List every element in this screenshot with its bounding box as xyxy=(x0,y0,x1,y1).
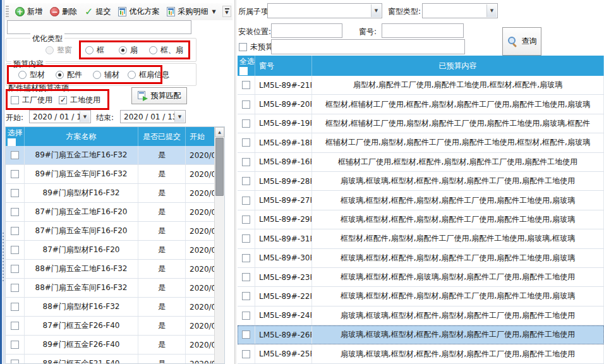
optimize-plan-button[interactable]: 优化方案 xyxy=(114,4,163,19)
row-checkbox[interactable] xyxy=(242,100,250,109)
row-checkbox[interactable] xyxy=(242,158,250,166)
row-checkbox[interactable] xyxy=(242,254,250,262)
budget-row[interactable]: LM5L-89#-31F29框型材,框配件,扇型材,扇配件工厂使用,扇配件工地使… xyxy=(238,229,604,248)
plan-row[interactable]: 87#门扇五金工地F16-F20是2020/0 xyxy=(6,203,215,222)
row-checkbox[interactable] xyxy=(242,119,250,128)
budget-row[interactable]: LM5L-89#-28F26扇玻璃,框玻璃,框型材,框配件,扇型材,扇配件工厂使… xyxy=(238,172,604,191)
row-checkbox[interactable] xyxy=(11,341,19,349)
budget-match-button[interactable]: 预算匹配 xyxy=(131,87,187,104)
toolbar-grip[interactable] xyxy=(6,6,9,18)
row-checkbox[interactable] xyxy=(11,151,19,159)
row-checkbox[interactable] xyxy=(11,265,19,273)
row-checkbox[interactable] xyxy=(242,215,250,224)
chevron-down-icon[interactable]: ▼ xyxy=(486,4,497,17)
start-date-picker[interactable]: 2020 / 01 / 1 ▼ xyxy=(29,110,91,123)
row-checkbox[interactable] xyxy=(242,197,250,205)
row-checkbox[interactable] xyxy=(242,138,250,147)
budget-row[interactable]: LM5L-89#-23F21框玻璃,框型材,框配件,扇玻璃,扇型材,扇配件工厂使… xyxy=(238,268,604,287)
chevron-down-icon[interactable]: ▼ xyxy=(371,4,381,17)
plan-row[interactable]: 88#门扇型材F16-F32是2020/0 xyxy=(6,298,215,317)
submit-button[interactable]: ✓ 提交 xyxy=(81,4,114,19)
end-date-picker[interactable]: 2020 / 01 / 13 ▼ xyxy=(120,110,186,123)
radio-frame-sash[interactable]: 框、扇 xyxy=(149,45,183,56)
budget-row[interactable]: LM5L-89#-24F22扇玻璃,框玻璃,框型材,框配件,扇型材,扇配件工厂使… xyxy=(238,306,604,325)
query-button[interactable]: 查询 xyxy=(502,27,541,56)
plan-row-select-cell xyxy=(6,260,25,278)
delete-button[interactable]: − 删除 xyxy=(46,4,81,19)
row-checkbox[interactable] xyxy=(242,350,250,358)
plan-row[interactable]: 87#门框五金F26-F40是2020/0 xyxy=(6,317,215,336)
add-button[interactable]: + 新增 xyxy=(11,4,46,19)
budget-row[interactable]: LM5L-89#-27F25框玻璃,框型材,框配件,扇型材,扇配件工厂使用,扇配… xyxy=(238,191,604,210)
row-checkbox[interactable] xyxy=(242,177,250,185)
plan-row[interactable]: 89#门扇五金车间F16-F32是2020/0 xyxy=(6,165,215,184)
row-checkbox[interactable] xyxy=(11,208,19,216)
budget-row[interactable]: LM5L-89#-30F28框玻璃,框型材,框配件,扇型材,扇配件工厂使用,扇配… xyxy=(238,249,604,268)
radio-frame-sash-info[interactable]: 框扇信息 xyxy=(128,70,169,80)
budget-row[interactable]: LM5L-89#-19F17框型材,框辅材工厂使用,扇型材,扇配件工厂使用,扇配… xyxy=(238,114,604,133)
plan-row[interactable]: 88#门扇五金工地F16-F32是2020/0 xyxy=(6,260,215,279)
vertical-scrollbar[interactable]: ▲ xyxy=(214,127,224,363)
plan-name-column-header[interactable]: 方案名称 xyxy=(25,127,138,146)
scroll-up-button[interactable]: ▲ xyxy=(215,127,224,137)
purchase-detail-button[interactable]: 采购明细 ▼ xyxy=(163,4,219,19)
plan-row[interactable]: 89#门扇五金工地F16-F32是2020/0 xyxy=(6,146,215,165)
radio-whole-window[interactable]: 整窗 xyxy=(45,45,72,56)
site-use-checkbox[interactable]: 工地使用 xyxy=(59,95,100,106)
row-checkbox[interactable] xyxy=(242,234,250,243)
budget-row[interactable]: LM5L-89#-26F24扇玻璃,框玻璃,框型材,框配件,扇型材,扇配件工厂使… xyxy=(238,325,604,344)
row-checkbox[interactable] xyxy=(242,312,250,320)
sub-item-select[interactable]: ▼ xyxy=(267,3,382,18)
submitted-column-header[interactable]: 是否已提交 xyxy=(138,127,186,146)
plan-row[interactable]: 89#门框五金F26-F40是2020/0 xyxy=(6,336,215,355)
window-no-column-header[interactable]: 窗号 xyxy=(255,56,312,76)
toolbar-overflow-button[interactable]: ▼ xyxy=(222,6,231,17)
factory-use-checkbox[interactable]: 工厂使用 xyxy=(11,95,52,106)
budget-row[interactable]: LM5L-89#-16F15框辅材工厂使用,框型材,框配件,扇型材,扇配件工厂使… xyxy=(238,153,604,172)
row-checkbox[interactable] xyxy=(11,322,19,330)
plan-filter-input[interactable] xyxy=(7,20,191,34)
budget-row[interactable]: LM5L-89#-22F20框玻璃,框型材,框配件,扇型材,扇配件工厂使用,扇配… xyxy=(238,287,604,306)
select-all-checkbox[interactable] xyxy=(239,67,248,75)
dock-strip[interactable] xyxy=(0,0,4,364)
budget-row[interactable]: LM5L-89#-29F27框玻璃,框型材,框配件,扇型材,扇配件工厂使用,扇配… xyxy=(238,210,604,229)
radio-sash[interactable]: 扇 xyxy=(119,45,138,56)
budget-row[interactable]: LM5L-89#-20F18框型材,框辅材工厂使用,框配件,扇型材,扇配件工厂使… xyxy=(238,95,604,114)
plan-row[interactable]: 89#门扇型材F16-F32是2020/0 xyxy=(6,184,215,203)
chevron-down-icon[interactable]: ▼ xyxy=(80,111,90,122)
select-all-checkbox[interactable] xyxy=(8,138,16,146)
window-type-select[interactable]: ▼ xyxy=(422,3,498,18)
plan-row[interactable]: 88#门框五金F21-F40是2020/0 xyxy=(6,355,215,364)
row-checkbox[interactable] xyxy=(242,292,250,300)
budget-row[interactable]: LM5L-89#-18F16框辅材工厂使用,扇型材,扇配件工厂使用,扇配件工地使… xyxy=(238,133,604,152)
plan-row[interactable]: 87#门扇型材F16-F20是2020/0 xyxy=(6,241,215,260)
budget-row[interactable]: LM5L-89#-25F23扇玻璃,框玻璃,框型材,框配件,扇型材,扇配件工厂使… xyxy=(238,344,604,363)
budget-row-select-cell xyxy=(238,287,255,305)
no-budget-checkbox[interactable]: 未预算: xyxy=(239,42,275,52)
radio-auxiliary[interactable]: 辅材 xyxy=(93,70,119,80)
install-position-input[interactable] xyxy=(271,23,342,38)
radio-frame[interactable]: 框 xyxy=(85,45,104,56)
plan-row[interactable]: 88#门扇五金车间F16-F32是2020/0 xyxy=(6,279,215,298)
scrollbar-thumb[interactable] xyxy=(215,138,224,196)
row-checkbox[interactable] xyxy=(242,273,250,281)
budget-content-column-header[interactable]: 已预算内容 xyxy=(312,56,604,76)
row-checkbox[interactable] xyxy=(11,170,19,178)
panel-splitter[interactable] xyxy=(234,0,236,364)
row-checkbox[interactable] xyxy=(242,331,250,339)
chevron-down-icon[interactable]: ▼ xyxy=(174,111,184,122)
budget-row[interactable]: LM5L-89#-21F19扇型材,扇配件工厂使用,扇配件工地使用,框型材,框配… xyxy=(238,76,604,95)
no-budget-input[interactable] xyxy=(271,39,465,54)
row-checkbox[interactable] xyxy=(11,189,19,197)
row-checkbox[interactable] xyxy=(242,81,250,89)
row-checkbox[interactable] xyxy=(11,227,19,235)
row-checkbox[interactable] xyxy=(11,246,19,254)
row-checkbox[interactable] xyxy=(11,303,19,311)
radio-accessory[interactable]: 配件 xyxy=(56,70,82,80)
radio-profile[interactable]: 型材 xyxy=(18,70,45,80)
window-no-input[interactable] xyxy=(382,23,464,38)
row-checkbox[interactable] xyxy=(11,360,19,364)
start-column-header[interactable]: 开始 xyxy=(186,127,215,146)
row-checkbox[interactable] xyxy=(11,284,19,292)
plan-row[interactable]: 87#门扇五金车间F16-F20是2020/0 xyxy=(6,222,215,241)
